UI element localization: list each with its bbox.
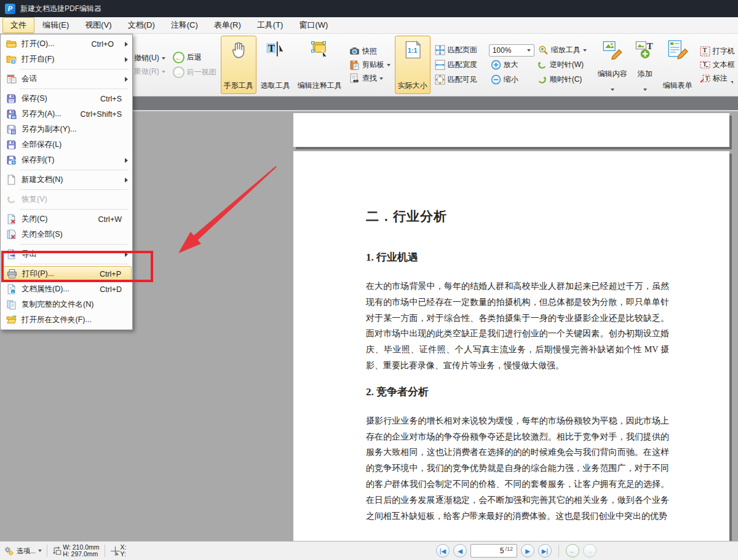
file-menu-print[interactable]: 打印(P)...Ctrl+P [1,266,132,282]
zoom-level-select[interactable]: 100% [489,44,534,57]
file-menu-close[interactable]: 关闭(C)Ctrl+W [1,211,132,227]
add-button[interactable]: T 添加 [632,36,659,94]
file-menu-open-containing-folder[interactable]: 打开所在文件夹(F)... [1,312,132,328]
doc-section1-body: 在大的市场背景中，每年的结婚人群和高校毕业人群加起来已经超过千万，虽然现有的市场… [366,278,669,374]
chevron-down-icon[interactable] [379,77,383,80]
menu-view[interactable]: 视图(V) [77,17,119,33]
fit-visible-label: 匹配可见 [448,74,477,85]
file-menu-revert[interactable]: 恢复(V) [1,192,132,207]
menu-separator [20,170,128,170]
chevron-down-icon[interactable] [387,64,391,66]
file-menu-close-all[interactable]: 关闭全部(S) [1,227,132,242]
chevron-down-icon[interactable] [162,57,165,60]
typewriter-icon: T [700,46,710,57]
svg-text:T: T [705,75,709,82]
options-label: 选项... [17,546,36,556]
rotate-cw-button[interactable]: 顺时针(C) [535,73,584,86]
file-menu-open-from[interactable]: 打开自(F) [1,52,132,67]
chevron-down-icon[interactable] [611,89,614,91]
fit-page-button[interactable]: 匹配页面 [433,44,487,57]
save-all-icon [6,140,17,150]
find-button[interactable]: 查找 [347,72,392,85]
statusbar-divider [558,545,559,557]
zoom-out-button[interactable]: 缩小 [489,73,533,86]
file-menu-copy-filename[interactable]: 复制完整的文件名(N) [1,297,132,312]
zoom-tool-label: 缩放工具 [551,45,581,55]
submenu-arrow-icon [125,77,128,82]
zoom-tool-button[interactable]: 缩放工具 [536,44,589,57]
actual-size-button[interactable]: 1:1 实际大小 [395,36,430,94]
file-menu-save-copy[interactable]: 另存为副本(Y)... [1,122,132,137]
menu-tools[interactable]: 工具(T) [249,17,292,33]
chevron-down-icon [527,49,531,52]
view-forward-button[interactable]: → [583,544,597,558]
magnifier-plus-icon [538,45,549,55]
page-size-icon [52,546,63,556]
menu-window[interactable]: 窗口(W) [291,17,336,33]
page-number-input[interactable]: 5 /12 [470,544,517,558]
callout-button[interactable]: T 标注 [698,72,738,85]
file-menu-save-as[interactable]: 另存为(A)...Ctrl+Shift+S [1,106,132,122]
previous-page-button[interactable]: ◀ [453,544,467,558]
menu-edit[interactable]: 编辑(E) [34,17,77,33]
doc-section1-title: 1. 行业机遇 [366,250,669,264]
next-page-button[interactable]: ▶ [521,544,534,558]
file-menu-export[interactable]: 导出 [1,246,132,262]
pdf-editor-window: P 新建文档迅捷PDF编辑器 文件 编辑(E) 视图(V) 文档(D) 注释(C… [0,0,738,560]
title-bar: P 新建文档迅捷PDF编辑器 [0,0,738,17]
options-gear-icon [4,546,14,556]
svg-text:T: T [646,41,653,51]
zoom-in-button[interactable]: 放大 [489,58,533,71]
svg-text:T: T [702,47,707,53]
file-menu-document-properties[interactable]: i 文档属性(D)...Ctrl+D [1,282,132,297]
edit-form-button[interactable]: 编辑表单 [660,36,696,94]
fit-visible-button[interactable]: 匹配可见 [433,73,487,86]
file-menu-save-all[interactable]: 全部保存(L) [1,137,132,152]
fit-width-label: 匹配宽度 [448,60,477,70]
undo-button[interactable]: 撤销(U) [132,52,167,65]
options-button[interactable]: 选项... [17,546,42,556]
add-icon: T [635,40,656,60]
cursor-position-icon [110,546,121,556]
edit-content-button[interactable]: 编辑内容 [595,36,630,94]
file-menu-new-document[interactable]: 新建文档(N) [1,172,132,187]
back-button[interactable]: ← 后退 [171,50,218,65]
doc-section2-title: 2. 竞争者分析 [366,385,669,399]
last-page-button[interactable]: ▶| [538,544,552,558]
snapshot-button[interactable]: 快照 [347,45,392,58]
chevron-down-icon[interactable] [162,71,165,73]
fit-width-button[interactable]: 匹配宽度 [433,58,487,71]
textbox-button[interactable]: T 文本框 [698,58,738,71]
session-icon [6,74,17,84]
textbox-label: 文本框 [713,60,735,70]
menu-file[interactable]: 文件 [2,17,34,33]
textbox-icon: T [700,60,710,70]
menu-comment[interactable]: 注释(C) [163,17,206,33]
first-page-button[interactable]: |◀ [436,544,450,558]
file-menu-session[interactable]: 会话 [1,71,132,87]
edit-annotation-tool-button[interactable]: 编辑注释工具 [295,36,345,94]
typewriter-button[interactable]: T 打字机 [698,45,738,58]
chevron-down-icon[interactable] [583,49,587,52]
text-select-cursor-icon: T [265,40,286,60]
capture-group: 快照 剪贴板 查找 [346,34,394,96]
chevron-down-icon[interactable] [643,89,647,91]
menu-form[interactable]: 表单(R) [206,17,249,33]
redo-button[interactable]: 重做(R) [132,65,167,78]
file-menu-save-to[interactable]: 保存到(T) [1,152,132,168]
hand-tool-button[interactable]: 手形工具 [221,36,256,94]
previous-view-button[interactable]: → 前一视图 [171,65,218,79]
snapshot-label: 快照 [362,46,377,57]
menu-separator [20,69,128,69]
view-back-button[interactable]: ← [566,544,579,558]
clipboard-button[interactable]: 剪贴板 [347,58,392,71]
submenu-arrow-icon [125,178,128,183]
select-tool-button[interactable]: T 选取工具 [258,36,293,94]
menu-document[interactable]: 文档(D) [120,17,163,33]
file-menu-open[interactable]: 打开(O)...Ctrl+O [1,36,132,52]
file-menu-panel: 打开(O)...Ctrl+O 打开自(F) 会话 保存(S)Ctrl+S 另存为… [0,34,133,330]
rotate-ccw-button[interactable]: 逆时针(W) [535,58,585,71]
add-label: 添加 [638,69,653,79]
zoom-level-value: 100% [493,46,512,55]
file-menu-save[interactable]: 保存(S)Ctrl+S [1,91,132,106]
